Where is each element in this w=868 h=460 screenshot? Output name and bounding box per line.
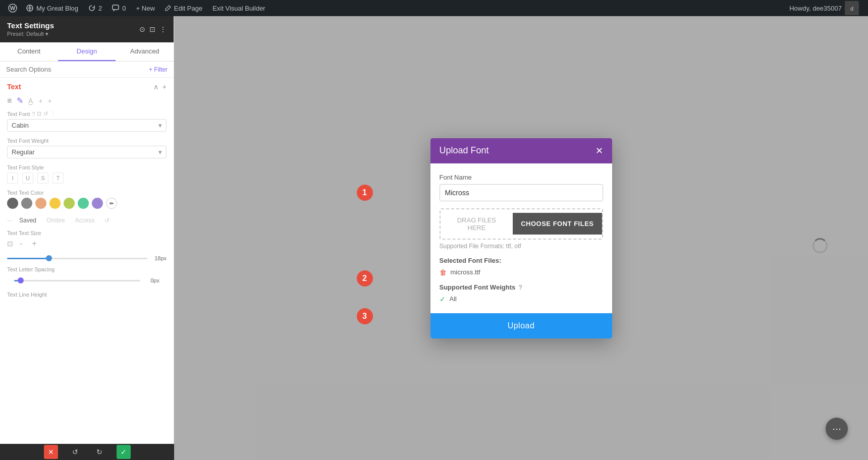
sidebar-icon-square[interactable]: ⊡ xyxy=(149,25,155,33)
svg-text:W: W xyxy=(10,5,16,11)
refresh-button[interactable]: ↻ xyxy=(92,445,106,459)
filter-button[interactable]: + Filter xyxy=(149,66,168,73)
main-content: Click here to edit Upload Font ✕ Font Na… xyxy=(174,16,868,460)
step-3-indicator: 3 xyxy=(357,308,373,324)
file-drop-zone[interactable]: DRAG FILES HERE CHOOSE FONT FILES xyxy=(440,208,603,240)
admin-bar: W My Great Blog 2 0 + New Edit Page Exit… xyxy=(0,0,868,16)
floating-action-button[interactable]: ⋯ xyxy=(826,418,848,440)
bottom-toolbar: ✕ ↺ ↻ ✓ xyxy=(0,444,174,460)
size-icon: ⊡ xyxy=(7,240,13,248)
font-style-btn-3[interactable]: S xyxy=(37,172,48,184)
step-2-indicator: 2 xyxy=(357,270,373,286)
choose-font-files-button[interactable]: CHOOSE FONT FILES xyxy=(513,213,602,235)
exit-builder-button[interactable]: Exit Visual Builder xyxy=(207,0,270,16)
font-style-btn-2[interactable]: U xyxy=(22,172,33,184)
chevron-down-icon: ▾ xyxy=(158,122,162,129)
access-btn[interactable]: Access xyxy=(72,216,98,225)
text-font-weight-label: Text Font Weight xyxy=(7,138,167,144)
comments[interactable]: 0 xyxy=(107,0,131,16)
reset-button[interactable]: ↺ xyxy=(68,445,82,459)
text-font-weight-row: Text Font Weight Regular ▾ xyxy=(0,135,174,161)
file-delete-icon[interactable]: 🗑 xyxy=(440,268,447,276)
slider-thumb[interactable] xyxy=(46,255,52,261)
wp-logo[interactable]: W xyxy=(4,0,21,16)
font-weights-help-icon[interactable]: ? xyxy=(518,283,522,291)
admin-bar-user: Howdy, dee35007 d xyxy=(784,1,864,15)
text-font-style-row: Text Font Style I U S T xyxy=(0,161,174,187)
letter-slider-thumb[interactable] xyxy=(18,277,24,283)
reset-color-btn[interactable]: ↺ xyxy=(101,216,113,225)
all-weights-row: ✓ All xyxy=(440,295,603,303)
site-name[interactable]: My Great Blog xyxy=(21,0,83,16)
line-height-label: Text Line Height xyxy=(7,292,167,298)
format-icon-3[interactable]: + xyxy=(48,97,52,105)
letter-spacing-slider[interactable] xyxy=(14,280,140,281)
modal-header: Upload Font ✕ xyxy=(430,138,612,163)
text-color-section: Text Text Color ✏ xyxy=(0,187,174,214)
color-swatch-2[interactable] xyxy=(35,198,46,209)
text-font-style-label: Text Font Style xyxy=(7,164,167,170)
reset-icon[interactable]: ↺ xyxy=(43,110,48,117)
collapse-icon[interactable]: ∧ xyxy=(153,83,158,91)
sidebar-icon-circle[interactable]: ⊙ xyxy=(139,25,145,33)
sidebar-tabs: Content Design Advanced xyxy=(0,42,174,62)
edit-page-button[interactable]: Edit Page xyxy=(160,0,207,16)
text-font-row: Text Font ? ⊡ ↺ ⋮ Cabin ▾ xyxy=(0,107,174,135)
more-icon[interactable]: ⋮ xyxy=(50,110,56,117)
add-icon[interactable]: + xyxy=(162,83,167,91)
text-section-title: Text xyxy=(7,83,21,91)
font-name-input[interactable] xyxy=(440,184,603,201)
tab-advanced[interactable]: Advanced xyxy=(116,42,174,61)
help-icon[interactable]: ? xyxy=(32,111,35,117)
text-font-select[interactable]: Cabin ▾ xyxy=(7,119,167,132)
sidebar-icon-menu[interactable]: ⋮ xyxy=(159,25,167,33)
sidebar-header-icons: ⊙ ⊡ ⋮ xyxy=(139,25,167,33)
line-height-section: Text Line Height xyxy=(0,289,174,304)
color-swatch-5[interactable] xyxy=(78,198,89,209)
tab-content[interactable]: Content xyxy=(0,42,58,61)
font-style-btn-1[interactable]: I xyxy=(7,172,18,184)
text-size-slider[interactable] xyxy=(7,258,147,259)
svg-text:d: d xyxy=(850,6,853,12)
font-style-btn-4[interactable]: T xyxy=(52,172,64,184)
text-color-label: Text Text Color xyxy=(7,190,167,196)
text-size-value: 18px xyxy=(151,255,167,261)
color-swatch-eyedropper[interactable]: ✏ xyxy=(106,198,117,209)
color-swatch-4[interactable] xyxy=(64,198,75,209)
text-font-weight-select[interactable]: Regular ▾ xyxy=(7,146,167,158)
saved-row: ··· Saved Ombre Access ↺ xyxy=(0,214,174,227)
size-decrease-btn[interactable]: - xyxy=(16,239,26,248)
sidebar-preset[interactable]: Preset: Default ▾ xyxy=(7,31,54,37)
supported-formats: Supported File Formats: ttf, otf xyxy=(440,243,603,250)
color-swatches: ✏ xyxy=(7,198,167,209)
sidebar-section-header: Text ∧ + xyxy=(0,78,174,94)
close-button[interactable]: ✕ xyxy=(44,445,58,459)
chevron-down-icon-weight: ▾ xyxy=(158,148,162,156)
color-swatch-0[interactable] xyxy=(7,198,18,209)
slider-track xyxy=(7,258,49,259)
copy-icon[interactable]: ⊡ xyxy=(37,110,41,117)
confirm-button[interactable]: ✓ xyxy=(117,445,131,459)
text-size-label: Text Text Size xyxy=(7,230,167,236)
color-swatch-6[interactable] xyxy=(92,198,103,209)
color-swatch-1[interactable] xyxy=(21,198,32,209)
text-format-icons: ≡ ✎ A̲ + + xyxy=(0,94,174,107)
step-1-indicator: 1 xyxy=(357,185,373,201)
saved-btn[interactable]: Saved xyxy=(16,216,39,225)
size-increase-btn[interactable]: + xyxy=(29,239,39,248)
revisions[interactable]: 2 xyxy=(83,0,107,16)
modal-close-button[interactable]: ✕ xyxy=(595,145,603,156)
link-icon[interactable]: ✎ xyxy=(17,96,23,105)
align-icon[interactable]: ≡ xyxy=(7,96,12,105)
letter-spacing-label: Text Letter Spacing xyxy=(7,266,167,272)
format-icon-1[interactable]: A̲ xyxy=(28,97,33,105)
file-name: micross.ttf xyxy=(451,268,480,276)
color-swatch-3[interactable] xyxy=(49,198,61,209)
search-input[interactable] xyxy=(6,66,145,73)
tab-design[interactable]: Design xyxy=(58,42,116,61)
sidebar-header: Text Settings Preset: Default ▾ ⊙ ⊡ ⋮ xyxy=(0,16,174,42)
format-icon-2[interactable]: + xyxy=(38,97,42,105)
ombre-btn[interactable]: Ombre xyxy=(43,216,68,225)
new-button[interactable]: + New xyxy=(131,0,160,16)
upload-button[interactable]: Upload xyxy=(430,313,612,338)
